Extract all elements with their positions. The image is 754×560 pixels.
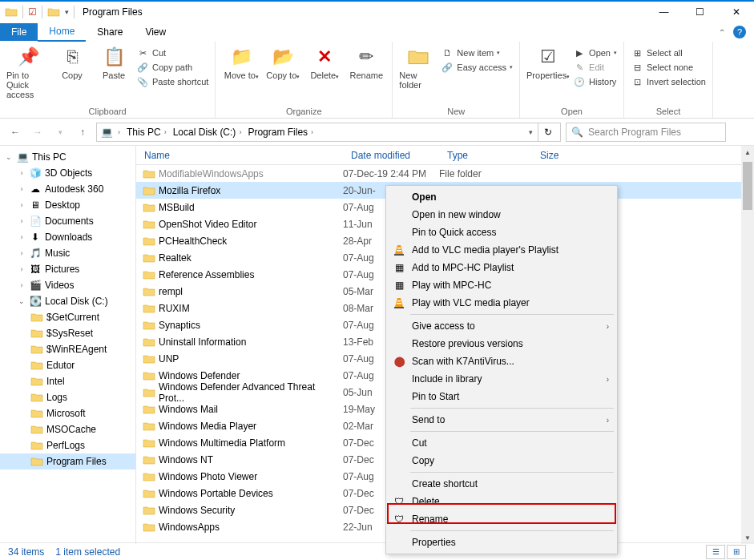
edit-button[interactable]: ✎Edit	[573, 61, 617, 74]
scroll-up-icon[interactable]: ▲	[741, 146, 754, 159]
help-button[interactable]: ?	[733, 26, 746, 38]
file-row[interactable]: ModifiableWindowsApps07-Dec-19 2:44 PMFi…	[136, 165, 754, 182]
forward-button[interactable]: →	[29, 123, 46, 141]
select-none-button[interactable]: ⊟Select none	[631, 61, 706, 74]
ctx-rename[interactable]: 🛡Rename	[388, 510, 615, 528]
new-folder-button[interactable]: New folder	[399, 45, 437, 90]
move-to-button[interactable]: 📁Move to▾	[222, 45, 260, 80]
paste-shortcut-button[interactable]: 📎Paste shortcut	[136, 75, 208, 88]
file-name: Realtek	[159, 252, 192, 264]
tree-videos[interactable]: ›🎬Videos	[0, 277, 135, 293]
ctx-k7-scan[interactable]: ⬤Scan with K7AntiVirus...	[388, 353, 615, 370]
refresh-button[interactable]: ↻	[538, 123, 557, 141]
ctx-copy[interactable]: Copy	[388, 452, 615, 469]
tab-file[interactable]: File	[0, 23, 38, 41]
address-bar[interactable]: 💻 › This PC› Local Disk (C:)› Program Fi…	[96, 123, 561, 142]
ctx-vlc-playlist[interactable]: Add to VLC media player's Playlist	[388, 241, 615, 259]
ctx-include-library[interactable]: Include in library›	[388, 370, 615, 388]
tree-getcurrent[interactable]: $GetCurrent	[0, 309, 135, 325]
tree-pictures[interactable]: ›🖼Pictures	[0, 261, 135, 277]
file-name: Mozilla Firefox	[159, 185, 220, 196]
tree-programfiles[interactable]: Program Files	[0, 453, 135, 469]
close-button[interactable]: ✕	[718, 1, 754, 23]
ctx-mpc-playlist[interactable]: ▦Add to MPC-HC Playlist	[388, 259, 615, 276]
history-button[interactable]: 🕑History	[573, 75, 617, 88]
rename-button[interactable]: ✏Rename	[347, 45, 385, 80]
ribbon-collapse-icon[interactable]: ⌃	[719, 28, 725, 37]
chevron-right-icon: ›	[607, 375, 609, 384]
open-button[interactable]: ▶Open ▾	[573, 46, 617, 59]
ctx-create-shortcut[interactable]: Create shortcut	[388, 475, 615, 493]
tab-home[interactable]: Home	[38, 22, 86, 42]
easy-access-button[interactable]: 🔗Easy access ▾	[441, 61, 513, 74]
ctx-delete[interactable]: 🛡Delete	[388, 493, 615, 510]
navigation-pane[interactable]: ⌄💻This PC ›🧊3D Objects ›☁Autodesk 360 ›🖥…	[0, 146, 136, 544]
col-type[interactable]: Type	[439, 150, 532, 161]
invert-selection-button[interactable]: ⊡Invert selection	[631, 75, 706, 88]
qat-dropdown-icon[interactable]: ▾	[65, 8, 69, 16]
cut-button[interactable]: ✂Cut	[136, 46, 208, 59]
addr-dropdown-icon[interactable]: ▾	[529, 128, 533, 136]
back-button[interactable]: ←	[6, 123, 24, 141]
maximize-button[interactable]: ☐	[682, 1, 718, 23]
tree-music[interactable]: ›🎵Music	[0, 245, 135, 261]
tree-desktop[interactable]: ›🖥Desktop	[0, 197, 135, 213]
tree-sysreset[interactable]: $SysReset	[0, 325, 135, 341]
tree-3d-objects[interactable]: ›🧊3D Objects	[0, 165, 135, 181]
qat-checkbox-icon[interactable]: ☑	[28, 6, 37, 18]
copy-button[interactable]: ⎘Copy	[53, 45, 91, 80]
tree-downloads[interactable]: ›⬇Downloads	[0, 229, 135, 245]
pin-quick-access-button[interactable]: 📌Pin to Quick access	[6, 45, 50, 99]
tree-logs[interactable]: Logs	[0, 389, 135, 405]
tree-perflogs[interactable]: PerfLogs	[0, 437, 135, 453]
ctx-properties[interactable]: Properties	[388, 534, 615, 551]
ctx-pin-start[interactable]: Pin to Start	[388, 388, 615, 405]
copy-to-button[interactable]: 📂Copy to▾	[264, 45, 302, 80]
paste-button[interactable]: 📋Paste	[95, 45, 133, 80]
tree-localdisk[interactable]: ⌄💽Local Disk (C:)	[0, 293, 135, 309]
ctx-play-vlc[interactable]: Play with VLC media player	[388, 294, 615, 312]
tree-microsoft[interactable]: Microsoft	[0, 405, 135, 421]
crumb-drive[interactable]: Local Disk (C:)›	[171, 127, 245, 138]
tree-msocache[interactable]: MSOCache	[0, 421, 135, 437]
tree-documents[interactable]: ›📄Documents	[0, 213, 135, 229]
properties-button[interactable]: ☑Properties▾	[526, 45, 570, 80]
tree-edutor[interactable]: Edutor	[0, 357, 135, 373]
ctx-open[interactable]: Open	[388, 188, 615, 206]
recent-dropdown[interactable]: ▾	[51, 123, 69, 141]
view-details-button[interactable]: ☰	[706, 545, 725, 559]
scrollbar[interactable]: ▲ ▼	[741, 146, 754, 544]
copy-path-button[interactable]: 🔗Copy path	[136, 61, 208, 74]
tab-view[interactable]: View	[134, 23, 177, 41]
crumb-folder[interactable]: Program Files›	[246, 127, 317, 138]
ctx-restore-versions[interactable]: Restore previous versions	[388, 335, 615, 353]
ctx-pin-quick-access[interactable]: Pin to Quick access	[388, 224, 615, 241]
tree-intel[interactable]: Intel	[0, 373, 135, 389]
ctx-cut[interactable]: Cut	[388, 434, 615, 452]
search-input[interactable]: 🔍 Search Program Files	[566, 123, 726, 142]
tree-autodesk[interactable]: ›☁Autodesk 360	[0, 181, 135, 197]
folder-icon	[143, 269, 155, 280]
col-date[interactable]: Date modified	[343, 150, 439, 161]
file-name: MSBuild	[159, 202, 195, 213]
group-organize-label: Organize	[222, 107, 385, 118]
tab-share[interactable]: Share	[86, 23, 134, 41]
select-all-button[interactable]: ⊞Select all	[631, 46, 706, 59]
ctx-send-to[interactable]: Send to›	[388, 411, 615, 429]
new-item-button[interactable]: 🗋New item ▾	[441, 46, 513, 59]
scroll-thumb[interactable]	[743, 162, 752, 210]
ctx-play-mpc[interactable]: ▦Play with MPC-HC	[388, 276, 615, 294]
view-icons-button[interactable]: ⊞	[727, 545, 746, 559]
up-button[interactable]: ↑	[74, 123, 91, 141]
tree-winreagent[interactable]: $WinREAgent	[0, 341, 135, 357]
col-name[interactable]: Name	[136, 150, 343, 161]
col-size[interactable]: Size	[532, 150, 596, 161]
qat-folder-icon[interactable]	[47, 6, 60, 18]
crumb-thispc[interactable]: This PC›	[125, 127, 170, 138]
folder-icon	[143, 437, 155, 449]
delete-button[interactable]: ✕Delete▾	[305, 45, 344, 80]
tree-thispc[interactable]: ⌄💻This PC	[0, 149, 135, 165]
ctx-give-access[interactable]: Give access to›	[388, 317, 615, 335]
ctx-open-new-window[interactable]: Open in new window	[388, 206, 615, 224]
minimize-button[interactable]: —	[646, 1, 682, 23]
